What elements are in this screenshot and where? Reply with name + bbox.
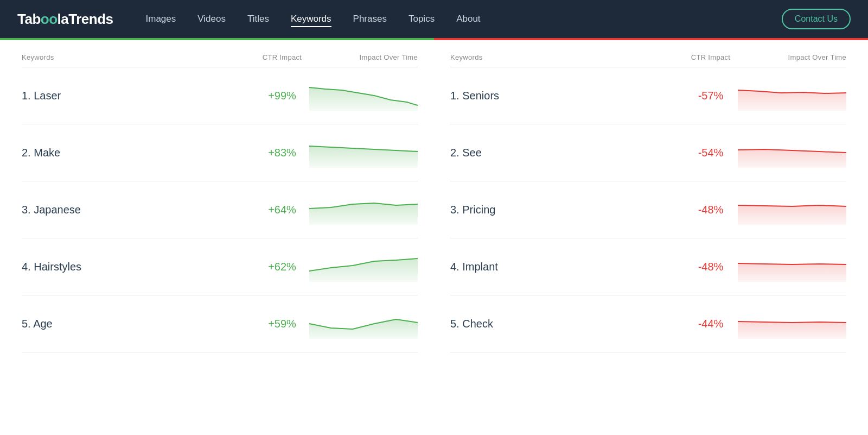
keyword-name: 4. Implant	[450, 261, 684, 273]
trend-chart	[309, 136, 418, 169]
top-color-bar	[0, 38, 868, 40]
table-row: 3. Japanese +64%	[22, 181, 418, 238]
contact-button[interactable]: Contact Us	[782, 9, 851, 29]
keyword-name: 2. See	[450, 147, 684, 159]
keyword-name: 3. Pricing	[450, 204, 684, 216]
keyword-name: 5. Age	[22, 318, 255, 330]
top-bar-red	[434, 38, 868, 40]
keyword-name: 4. Hairstyles	[22, 261, 255, 273]
navbar: TaboolaTrends Images Videos Titles Keywo…	[0, 0, 868, 38]
ctr-value: -44%	[684, 318, 738, 330]
ctr-value: -48%	[684, 204, 738, 216]
nav-about[interactable]: About	[456, 14, 480, 26]
svg-marker-4	[309, 319, 418, 339]
trend-chart	[738, 250, 846, 283]
table-row: 3. Pricing -48%	[450, 181, 846, 238]
chart-cell	[738, 250, 846, 283]
table-row: 5. Age +59%	[22, 295, 418, 352]
right-col2-header: CTR Impact	[684, 53, 738, 61]
chart-cell	[309, 250, 418, 283]
chart-cell	[738, 79, 846, 112]
chart-cell	[738, 136, 846, 169]
table-row: 1. Seniors -57%	[450, 67, 846, 124]
ctr-value: -57%	[684, 90, 738, 102]
top-bar-green	[0, 38, 434, 40]
keyword-name: 3. Japanese	[22, 204, 255, 216]
ctr-value: +62%	[255, 261, 309, 273]
keyword-name: 2. Make	[22, 147, 255, 159]
chart-cell	[738, 307, 846, 340]
ctr-value: +83%	[255, 147, 309, 159]
ctr-value: +99%	[255, 90, 309, 102]
chart-cell	[309, 193, 418, 226]
svg-marker-7	[738, 205, 846, 225]
chart-cell	[309, 79, 418, 112]
nav-images[interactable]: Images	[146, 14, 176, 26]
svg-marker-3	[309, 259, 418, 282]
logo: TaboolaTrends	[17, 11, 113, 28]
right-table-header: Keywords CTR Impact Impact Over Time	[450, 53, 846, 67]
svg-marker-9	[738, 321, 846, 339]
chart-cell	[738, 193, 846, 226]
table-row: 4. Implant -48%	[450, 238, 846, 295]
chart-cell	[309, 307, 418, 340]
svg-marker-8	[738, 263, 846, 282]
left-col3-header: Impact Over Time	[309, 53, 418, 61]
main-content: Keywords CTR Impact Impact Over Time 1. …	[0, 40, 868, 374]
table-row: 2. See -54%	[450, 124, 846, 181]
nav-topics[interactable]: Topics	[409, 14, 435, 26]
trend-chart	[738, 307, 846, 340]
right-panel: Keywords CTR Impact Impact Over Time 1. …	[450, 53, 846, 352]
left-panel: Keywords CTR Impact Impact Over Time 1. …	[22, 53, 418, 352]
trend-chart	[309, 307, 418, 340]
keyword-name: 5. Check	[450, 318, 684, 330]
right-col1-header: Keywords	[450, 53, 684, 61]
svg-marker-2	[309, 203, 418, 225]
trend-chart	[738, 79, 846, 112]
trend-chart	[738, 136, 846, 169]
right-col3-header: Impact Over Time	[738, 53, 846, 61]
nav-links: Images Videos Titles Keywords Phrases To…	[146, 14, 782, 24]
trend-chart	[738, 193, 846, 226]
ctr-value: +64%	[255, 204, 309, 216]
trend-chart	[309, 79, 418, 112]
keyword-name: 1. Seniors	[450, 90, 684, 102]
ctr-value: +59%	[255, 318, 309, 330]
trend-chart	[309, 193, 418, 226]
table-row: 1. Laser +99%	[22, 67, 418, 124]
left-table-header: Keywords CTR Impact Impact Over Time	[22, 53, 418, 67]
chart-cell	[309, 136, 418, 169]
nav-phrases[interactable]: Phrases	[353, 14, 387, 26]
svg-marker-0	[309, 87, 418, 111]
ctr-value: -54%	[684, 147, 738, 159]
left-col1-header: Keywords	[22, 53, 255, 61]
table-row: 4. Hairstyles +62%	[22, 238, 418, 295]
keyword-name: 1. Laser	[22, 90, 255, 102]
trend-chart	[309, 250, 418, 283]
nav-videos[interactable]: Videos	[197, 14, 226, 26]
table-row: 5. Check -44%	[450, 295, 846, 352]
nav-keywords[interactable]: Keywords	[291, 14, 331, 27]
left-col2-header: CTR Impact	[255, 53, 309, 61]
nav-titles[interactable]: Titles	[247, 14, 269, 26]
ctr-value: -48%	[684, 261, 738, 273]
table-row: 2. Make +83%	[22, 124, 418, 181]
